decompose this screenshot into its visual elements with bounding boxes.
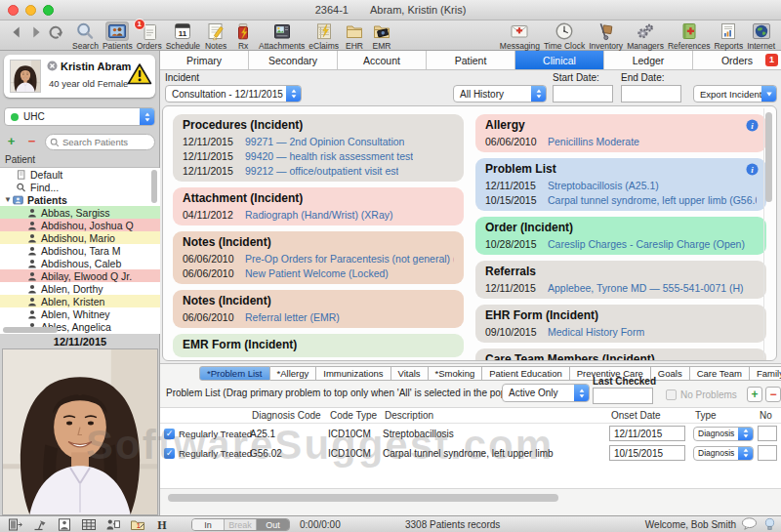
toolbar-item-patients[interactable]: Patients [103,21,133,51]
table-row[interactable]: ✓Regularly TreatedG56.02ICD10CMCarpal tu… [160,443,781,463]
info-icon[interactable]: i [746,119,759,132]
toolbar-item-attachments[interactable]: Attachments [259,21,305,51]
tree-item-find[interactable]: Find... [0,181,160,193]
toolbar-item-schedule[interactable]: 11Schedule [166,21,200,51]
chat-bubble-icon[interactable] [741,517,758,531]
end-date-input[interactable] [621,85,681,102]
tab-patient[interactable]: Patient [427,51,515,69]
search-input[interactable] [62,137,150,147]
toolbar-item-messaging[interactable]: Messaging [500,21,540,51]
type-select[interactable]: Diagnosis [693,427,754,441]
panel-tab-patient-education[interactable]: Patient Education [482,366,569,381]
insurance-select[interactable]: UHC [4,107,155,126]
patient-list-item[interactable]: Abdishou, Mario [0,231,160,244]
toolbar-item-notes[interactable]: Notes [204,21,227,51]
toolbar-item-reports[interactable]: Reports [714,21,743,51]
entry-link[interactable]: Penicillins Moderate [548,136,639,147]
patient-photo[interactable] [2,348,158,515]
no-problems-checkbox[interactable]: No Problems [666,389,737,400]
undo-icon[interactable] [47,23,64,41]
onset-date-input[interactable]: 12/11/2015 [609,426,685,441]
sidebar-horizontal-scrollbar[interactable] [3,327,58,333]
forward-icon[interactable] [27,23,45,41]
treated-checkbox[interactable]: ✓ [164,429,175,439]
toolbar-item-ehr[interactable]: EHR [343,21,366,51]
entry-link[interactable]: Radiograph (Hand/Wrist) (XRay) [245,209,393,221]
table-horizontal-scrollbar[interactable] [168,494,558,502]
last-checked-input[interactable] [593,388,653,404]
entry-link[interactable]: Referral letter (EMR) [245,311,340,323]
panel-tab-problem-list[interactable]: *Problem List [199,366,270,381]
notes-input[interactable] [758,426,777,441]
tree-item-patients[interactable]: ▼ Patients [0,193,160,206]
toolbar-item-rx[interactable]: Rx [231,21,255,51]
tab-secondary[interactable]: Secondary [249,51,338,69]
patient-list-item[interactable]: Abbas, Sargiss [0,206,160,219]
info-icon[interactable]: i [746,163,759,176]
patient-list-item[interactable]: Ablen, Kristen [0,295,160,307]
close-icon[interactable] [47,61,58,71]
toolbar-item-inventory[interactable]: Inventory [589,21,623,51]
patient-thumbnail[interactable] [10,60,41,93]
panel-tab-immunizations[interactable]: Immunizations [316,366,390,381]
tab-account[interactable]: Account [338,51,427,69]
toolbar-item-eclaims[interactable]: eClaims [308,21,339,51]
tab-orders[interactable]: Orders1 [693,51,781,69]
patient-list-item[interactable]: Ablen, Whitney [0,307,160,320]
export-incident-button[interactable]: Export Incident... [693,85,777,102]
hospital-icon[interactable]: H [154,518,170,531]
patient-list-item[interactable]: Abdishou, Tara M [0,244,160,257]
segment-break[interactable]: Break [225,519,257,530]
filter-select[interactable]: Active Only [502,384,590,402]
history-select[interactable]: All History [453,85,547,102]
patient-add-icon[interactable] [105,518,121,531]
add-problem-button[interactable]: + [747,387,762,402]
toolbar-item-references[interactable]: References [668,21,710,51]
type-select[interactable]: Diagnosis [693,446,754,461]
entry-link[interactable]: Carpal tunnel syndrome, left upper limb … [548,194,757,206]
patient-list-item[interactable]: Abilay, Elwood Q Jr. [0,269,160,282]
start-date-input[interactable] [553,85,613,102]
entry-link[interactable]: New Patient Welcome (Locked) [245,267,389,279]
patient-list-item[interactable]: Ables, Kristine [0,333,160,334]
remove-problem-button[interactable]: − [765,387,781,402]
onset-date-input[interactable]: 10/15/2015 [609,445,685,461]
tab-ledger[interactable]: Ledger [604,51,693,69]
panel-tab-care-team[interactable]: Care Team [690,366,750,381]
toolbar-item-orders[interactable]: 1Orders [137,21,162,51]
patient-list-item[interactable]: Ablen, Dorthy [0,282,160,295]
grid-icon[interactable] [81,518,97,531]
lamp-icon[interactable] [32,518,48,531]
toolbar-item-search[interactable]: Search [72,21,99,51]
disclosure-triangle-icon[interactable]: ▼ [4,195,13,204]
tab-primary[interactable]: Primary [160,51,249,69]
entry-link[interactable]: 99420 — health risk assessment test [245,150,413,162]
lightbulb-icon[interactable] [764,517,775,532]
panel-tab-vitals[interactable]: Vitals [391,366,429,381]
entry-link[interactable]: Careslip Charges - Careslip Charge (Open… [548,238,745,250]
warning-icon[interactable] [127,62,152,86]
notes-input[interactable] [758,445,777,461]
add-patient-button[interactable]: + [4,135,19,149]
sidebar-vertical-scrollbar[interactable] [151,170,157,203]
cards-vertical-scrollbar[interactable] [765,112,772,202]
portrait-icon[interactable] [57,518,72,531]
toolbar-item-internet[interactable]: Internet [747,21,775,51]
tree-item-default[interactable]: Default [0,168,160,181]
patient-search-field[interactable] [45,134,155,150]
panel-tab-allergy[interactable]: *Allergy [270,366,317,381]
entry-link[interactable]: Pre-Op Orders for Paracentesis (not gene… [245,253,454,265]
entry-link[interactable]: 99271 — 2nd Opinion Consultation [245,136,404,147]
panel-tab-goals[interactable]: Goals [651,366,690,381]
entry-link[interactable]: 99212 — office/outpatient visit est [245,165,398,177]
folder-one-icon[interactable]: 1 [130,518,145,531]
table-row[interactable]: ✓Regularly TreatedA25.1ICD10CMStreptobac… [160,424,781,443]
segment-out[interactable]: Out [257,519,289,530]
patient-list-item[interactable]: Abdishou, Joshua Q [0,219,160,231]
panel-tab-smoking[interactable]: *Smoking [429,366,483,381]
door-icon[interactable] [8,518,23,531]
toolbar-item-emr[interactable]: EMR [370,21,393,51]
entry-link[interactable]: Medical History Form [548,326,644,338]
toolbar-item-time-clock[interactable]: Time Clock [544,21,585,51]
entry-link[interactable]: Streptobacillosis (A25.1) [548,180,659,191]
